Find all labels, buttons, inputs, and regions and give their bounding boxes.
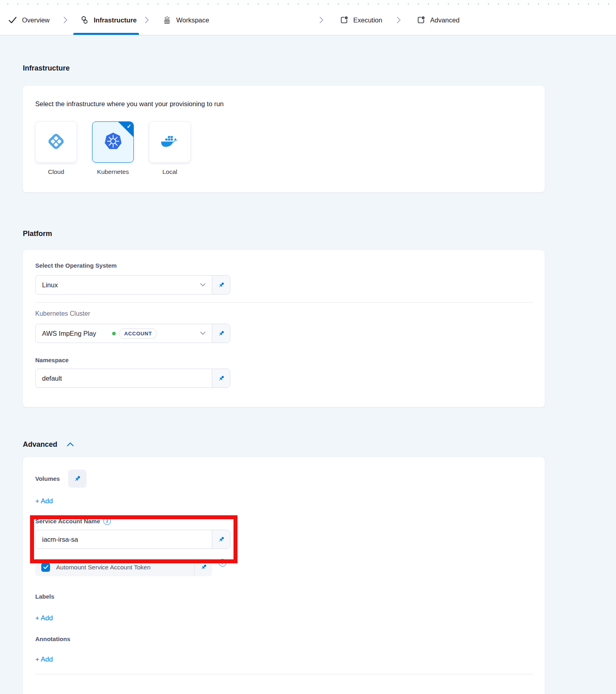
cluster-pin-button[interactable]: [212, 324, 230, 343]
infra-option-kubernetes-label: Kubernetes: [97, 168, 129, 176]
infrastructure-description: Select the infrastructure where you want…: [35, 99, 533, 109]
automount-pin-button[interactable]: [195, 564, 212, 571]
infra-option-cloud-label: Cloud: [48, 168, 64, 176]
labels-label: Labels: [35, 593, 533, 600]
infrastructure-options: Cloud ✓ Kub: [35, 121, 533, 176]
cluster-select-value: AWS ImpEng Play: [42, 330, 96, 337]
service-account-input[interactable]: iacm-irsa-sa: [36, 530, 212, 549]
tab-execution-label: Execution: [353, 16, 382, 24]
service-account-label: Service Account Name: [35, 518, 100, 525]
info-icon[interactable]: i: [103, 517, 111, 525]
cluster-label: Kubernetes Cluster: [35, 310, 533, 317]
service-account-label-row: Service Account Name i: [35, 517, 533, 525]
cloud-icon: [46, 131, 66, 153]
active-tab-underline: [73, 33, 139, 35]
infra-option-local-box[interactable]: [149, 121, 191, 163]
chevron-up-icon[interactable]: [67, 442, 74, 446]
infra-option-cloud-box[interactable]: [35, 121, 77, 163]
namespace-pin-button[interactable]: [212, 369, 230, 387]
connection-status-dot: [112, 332, 116, 335]
os-select-value: Linux: [42, 281, 58, 289]
os-select-group: Linux: [35, 275, 230, 295]
tab-overview-label: Overview: [22, 16, 50, 24]
chevron-right-icon: [319, 16, 324, 24]
automount-label: Automount Service Account Token: [56, 564, 194, 571]
scope-badge: ACCOUNT: [119, 329, 157, 339]
infra-option-local-label: Local: [162, 168, 177, 176]
infrastructure-card: Select the infrastructure where you want…: [23, 86, 545, 192]
automount-row: Automount Service Account Token: [35, 558, 212, 576]
docker-whale-icon: [160, 134, 180, 151]
info-icon[interactable]: i: [219, 559, 226, 567]
square-gear-icon: [340, 16, 348, 24]
wizard-tabbar: Overview Infrastructure Workspace: [0, 5, 616, 35]
infra-option-local[interactable]: Local: [149, 121, 191, 176]
os-pin-button[interactable]: [212, 276, 230, 294]
platform-divider: [35, 302, 533, 303]
chevron-down-icon: [200, 283, 205, 286]
tab-advanced[interactable]: Advanced: [417, 16, 459, 24]
cluster-select[interactable]: AWS ImpEng Play ACCOUNT: [36, 324, 212, 343]
labels-add-link[interactable]: + Add: [35, 614, 53, 622]
selected-check-icon: ✓: [127, 123, 131, 129]
stack-icon: [163, 16, 171, 24]
page-top-dots-pattern: [0, 0, 616, 5]
annotations-label: Annotations: [35, 635, 533, 642]
chevron-right-icon: [397, 16, 401, 24]
advanced-section-heading: Advanced: [23, 439, 616, 450]
tab-workspace-label: Workspace: [176, 16, 209, 24]
platform-section-heading: Platform: [23, 228, 616, 239]
service-account-input-value: iacm-irsa-sa: [42, 536, 78, 543]
volumes-add-link[interactable]: + Add: [35, 497, 53, 505]
os-label: Select the Operating System: [35, 262, 533, 269]
annotations-add-link[interactable]: + Add: [35, 656, 53, 664]
namespace-input[interactable]: default: [36, 369, 212, 387]
volumes-label: Volumes: [35, 475, 60, 482]
chevron-right-icon: [63, 16, 68, 24]
hexagons-icon: [80, 16, 89, 24]
square-gear-icon: [417, 16, 425, 24]
advanced-bottom-divider: [35, 674, 533, 674]
infra-option-kubernetes[interactable]: ✓ Kubernetes: [92, 121, 134, 176]
tab-advanced-label: Advanced: [430, 16, 459, 24]
namespace-label: Namespace: [35, 357, 533, 363]
check-icon: [8, 16, 17, 25]
advanced-card: Volumes + Add Service Account Name i iac…: [23, 457, 545, 694]
service-account-input-group: iacm-irsa-sa: [35, 530, 230, 549]
chevron-right-icon: [145, 16, 149, 24]
tab-execution[interactable]: Execution: [340, 16, 382, 24]
tab-infrastructure-label: Infrastructure: [94, 16, 137, 24]
tab-workspace[interactable]: Workspace: [163, 16, 209, 24]
platform-card: Select the Operating System Linux Kubern…: [23, 250, 545, 407]
infra-option-cloud[interactable]: Cloud: [35, 121, 77, 176]
namespace-input-value: default: [42, 375, 62, 382]
infra-option-kubernetes-box[interactable]: ✓: [92, 121, 134, 163]
namespace-input-group: default: [35, 369, 230, 388]
service-account-pin-button[interactable]: [212, 530, 230, 549]
automount-checkbox[interactable]: [41, 563, 50, 572]
chevron-down-icon: [200, 332, 205, 335]
tab-overview[interactable]: Overview: [8, 16, 50, 25]
volumes-pin-button[interactable]: [68, 470, 87, 488]
cluster-select-group: AWS ImpEng Play ACCOUNT: [35, 324, 230, 343]
os-select[interactable]: Linux: [36, 276, 212, 294]
infrastructure-section-heading: Infrastructure: [23, 63, 616, 73]
tab-infrastructure[interactable]: Infrastructure: [80, 16, 137, 24]
advanced-heading-text: Advanced: [23, 439, 57, 450]
